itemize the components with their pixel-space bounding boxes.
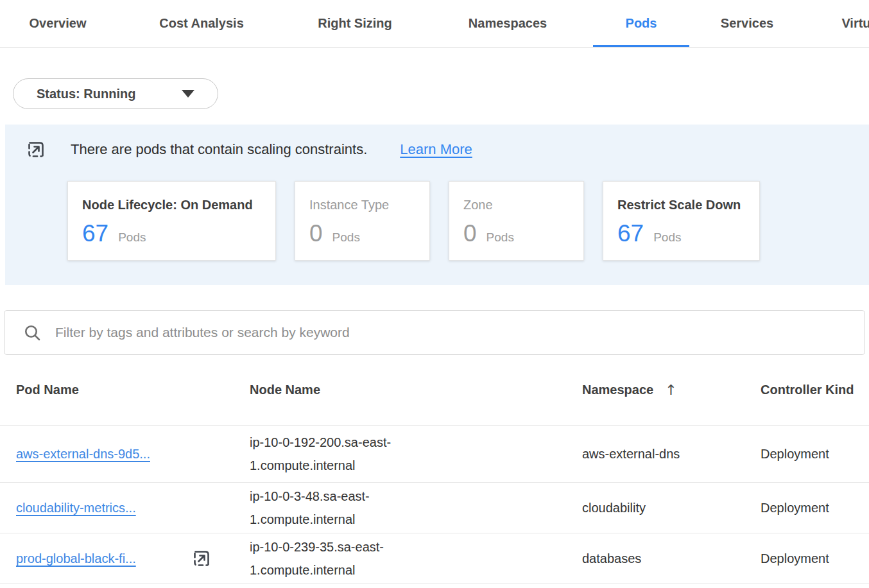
card-value: 67 [617,220,644,247]
pod-name-link[interactable]: aws-external-dns-9d5... [16,442,150,465]
column-header-namespace[interactable]: Namespace ↑ [582,382,761,398]
card-unit: Pods [486,230,514,245]
constraint-cards: Node Lifecycle: On Demand 67 Pods Instan… [67,181,869,261]
scaling-constraint-icon [26,140,46,159]
column-header-node-name[interactable]: Node Name [250,383,582,397]
node-name: ip-10-0-3-48.sa-east-1.compute.internal [250,485,420,531]
tab-label: Pods [626,16,657,31]
learn-more-link[interactable]: Learn More [400,141,472,158]
tab-pods[interactable]: Pods [593,0,689,47]
table-row: aws-external-dns-9d5... ip-10-0-192-200.… [0,426,869,483]
filter-search-bar [4,310,865,355]
tab-label: Right Sizing [318,16,392,31]
card-unit: Pods [332,230,360,245]
table-header-row: Pod Name Node Name Namespace ↑ Controlle… [0,355,869,426]
card-node-lifecycle[interactable]: Node Lifecycle: On Demand 67 Pods [67,181,276,261]
tab-services[interactable]: Services [689,0,805,47]
status-filter-label: Status: Running [37,87,135,101]
namespace: aws-external-dns [582,442,680,465]
filter-row: Status: Running [0,48,869,109]
column-header-controller-kind[interactable]: Controller Kind [761,383,869,397]
card-title: Node Lifecycle: On Demand [82,198,261,212]
controller-kind: Deployment [761,442,869,465]
tab-label: Namespaces [469,16,547,31]
controller-kind: Deployment [761,547,869,570]
controller-kind: Deployment [761,496,869,519]
card-zone[interactable]: Zone 0 Pods [449,181,584,261]
chevron-down-icon [182,90,194,98]
pod-name-link[interactable]: cloudability-metrics... [16,496,136,519]
card-value: 67 [82,220,108,247]
namespace: databases [582,547,641,570]
column-header-label: Namespace [582,383,653,397]
search-icon [24,324,41,342]
namespace: cloudability [582,496,646,519]
card-unit: Pods [118,230,146,245]
search-input[interactable] [55,311,865,354]
tab-cost-analysis[interactable]: Cost Analysis [116,0,288,47]
node-name: ip-10-0-239-35.sa-east-1.compute.interna… [250,535,420,582]
status-filter-dropdown[interactable]: Status: Running [13,78,218,109]
tab-label: Cost Analysis [159,16,244,31]
card-restrict-scale-down[interactable]: Restrict Scale Down 67 Pods [603,181,760,261]
card-title: Zone [463,198,569,212]
card-value: 0 [309,220,323,247]
sort-asc-icon: ↑ [665,382,676,398]
card-instance-type[interactable]: Instance Type 0 Pods [295,181,430,261]
tab-bar: Overview Cost Analysis Right Sizing Name… [0,0,869,48]
scaling-constraint-icon [192,549,211,568]
pods-table: Pod Name Node Name Namespace ↑ Controlle… [0,355,869,584]
table-row: prod-global-black-fi... ip-10-0-239-35.s… [0,533,869,584]
pod-name-link[interactable]: prod-global-black-fi... [16,547,136,570]
card-title: Instance Type [309,198,415,212]
tab-label: Overview [30,16,87,31]
card-title: Restrict Scale Down [617,198,745,212]
tab-label: Services [721,16,773,31]
card-value: 0 [463,220,477,247]
banner-message: There are pods that contain scaling cons… [71,141,367,158]
card-unit: Pods [653,230,681,245]
column-header-pod-name[interactable]: Pod Name [16,383,250,397]
tab-overview[interactable]: Overview [0,0,116,47]
node-name: ip-10-0-192-200.sa-east-1.compute.intern… [250,431,420,477]
tab-label: Virtu [841,16,869,31]
tab-right-sizing[interactable]: Right Sizing [288,0,422,47]
tab-virtual[interactable]: Virtu [805,0,869,47]
tab-namespaces[interactable]: Namespaces [422,0,593,47]
table-row: cloudability-metrics... ip-10-0-3-48.sa-… [0,483,869,533]
scaling-constraints-banner: There are pods that contain scaling cons… [5,125,869,285]
